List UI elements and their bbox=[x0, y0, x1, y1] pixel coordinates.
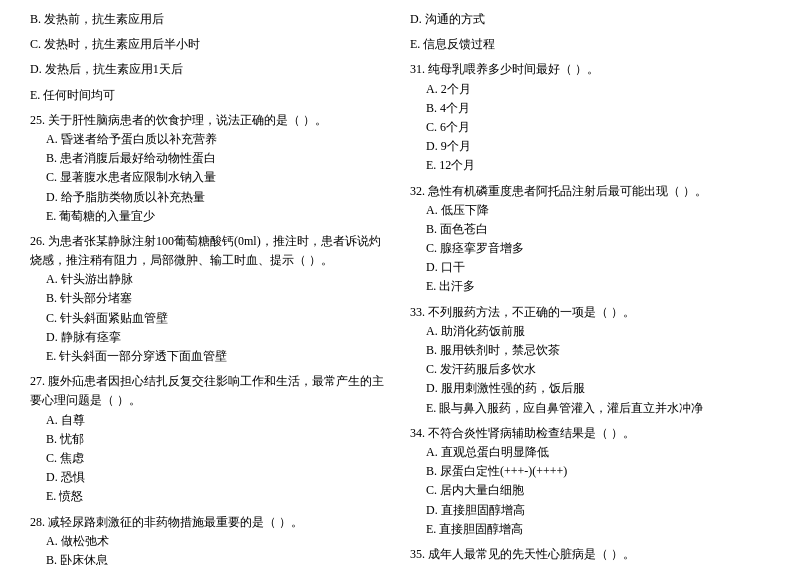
question-option: D. 恐惧 bbox=[30, 468, 390, 487]
question-option: C. 6个月 bbox=[410, 118, 770, 137]
question-block: D. 沟通的方式 bbox=[410, 10, 770, 29]
question-text: 31. 纯母乳喂养多少时间最好（ ）。 bbox=[410, 60, 770, 79]
question-text: 28. 减轻尿路刺激征的非药物措施最重要的是（ ）。 bbox=[30, 513, 390, 532]
question-option: A. 2个月 bbox=[410, 80, 770, 99]
question-option: D. 给予脂肪类物质以补充热量 bbox=[30, 188, 390, 207]
question-option: B. 卧床休息 bbox=[30, 551, 390, 565]
question-text: E. 信息反馈过程 bbox=[410, 35, 770, 54]
question-option: B. 患者消腹后最好给动物性蛋白 bbox=[30, 149, 390, 168]
page-content: B. 发热前，抗生素应用后C. 发热时，抗生素应用后半小时D. 发热后，抗生素应… bbox=[30, 10, 770, 565]
question-text: D. 发热后，抗生素应用1天后 bbox=[30, 60, 390, 79]
question-block: D. 发热后，抗生素应用1天后 bbox=[30, 60, 390, 79]
question-option: E. 眼与鼻入服药，应自鼻管灌入，灌后直立并水冲净 bbox=[410, 399, 770, 418]
question-option: A. 做松弛术 bbox=[30, 532, 390, 551]
question-block: 26. 为患者张某静脉注射100葡萄糖酸钙(0ml)，推注时，患者诉说灼烧感，推… bbox=[30, 232, 390, 366]
question-option: B. 面色苍白 bbox=[410, 220, 770, 239]
question-block: C. 发热时，抗生素应用后半小时 bbox=[30, 35, 390, 54]
question-text: E. 任何时间均可 bbox=[30, 86, 390, 105]
question-text: B. 发热前，抗生素应用后 bbox=[30, 10, 390, 29]
question-option: C. 发汗药服后多饮水 bbox=[410, 360, 770, 379]
question-option: C. 焦虑 bbox=[30, 449, 390, 468]
left-column: B. 发热前，抗生素应用后C. 发热时，抗生素应用后半小时D. 发热后，抗生素应… bbox=[30, 10, 390, 565]
question-block: E. 信息反馈过程 bbox=[410, 35, 770, 54]
question-block: 35. 成年人最常见的先天性心脏病是（ ）。A. 法洛四联症B. 房间隔缺损C.… bbox=[410, 545, 770, 565]
question-option: E. 出汗多 bbox=[410, 277, 770, 296]
question-option: E. 直接胆固醇增高 bbox=[410, 520, 770, 539]
question-block: 25. 关于肝性脑病患者的饮食护理，说法正确的是（ ）。A. 昏迷者给予蛋白质以… bbox=[30, 111, 390, 226]
question-option: B. 针头部分堵塞 bbox=[30, 289, 390, 308]
question-text: C. 发热时，抗生素应用后半小时 bbox=[30, 35, 390, 54]
question-option: D. 9个月 bbox=[410, 137, 770, 156]
question-option: B. 4个月 bbox=[410, 99, 770, 118]
question-option: C. 针头斜面紧贴血管壁 bbox=[30, 309, 390, 328]
question-option: A. 针头游出静脉 bbox=[30, 270, 390, 289]
question-option: D. 直接胆固醇增高 bbox=[410, 501, 770, 520]
question-option: D. 静脉有痉挛 bbox=[30, 328, 390, 347]
question-block: B. 发热前，抗生素应用后 bbox=[30, 10, 390, 29]
question-text: 26. 为患者张某静脉注射100葡萄糖酸钙(0ml)，推注时，患者诉说灼烧感，推… bbox=[30, 232, 390, 270]
question-text: 35. 成年人最常见的先天性心脏病是（ ）。 bbox=[410, 545, 770, 564]
question-option: E. 针头斜面一部分穿透下面血管壁 bbox=[30, 347, 390, 366]
question-text: D. 沟通的方式 bbox=[410, 10, 770, 29]
question-text: 33. 不列服药方法，不正确的一项是（ ）。 bbox=[410, 303, 770, 322]
question-block: 34. 不符合炎性肾病辅助检查结果是（ ）。A. 直观总蛋白明显降低B. 尿蛋白… bbox=[410, 424, 770, 539]
question-block: 32. 急性有机磷重度患者阿托品注射后最可能出现（ ）。A. 低压下降B. 面色… bbox=[410, 182, 770, 297]
question-block: 28. 减轻尿路刺激征的非药物措施最重要的是（ ）。A. 做松弛术B. 卧床休息… bbox=[30, 513, 390, 566]
question-option: B. 服用铁剂时，禁忌饮茶 bbox=[410, 341, 770, 360]
question-option: E. 愤怒 bbox=[30, 487, 390, 506]
question-block: 31. 纯母乳喂养多少时间最好（ ）。A. 2个月B. 4个月C. 6个月D. … bbox=[410, 60, 770, 175]
question-option: D. 服用刺激性强的药，饭后服 bbox=[410, 379, 770, 398]
question-option: C. 显著腹水患者应限制水钠入量 bbox=[30, 168, 390, 187]
question-option: A. 助消化药饭前服 bbox=[410, 322, 770, 341]
question-option: A. 自尊 bbox=[30, 411, 390, 430]
right-column: D. 沟通的方式E. 信息反馈过程31. 纯母乳喂养多少时间最好（ ）。A. 2… bbox=[410, 10, 770, 565]
question-option: A. 直观总蛋白明显降低 bbox=[410, 443, 770, 462]
question-text: 27. 腹外疝患者因担心结扎反复交往影响工作和生活，最常产生的主要心理问题是（ … bbox=[30, 372, 390, 410]
question-block: E. 任何时间均可 bbox=[30, 86, 390, 105]
question-text: 34. 不符合炎性肾病辅助检查结果是（ ）。 bbox=[410, 424, 770, 443]
question-option: E. 12个月 bbox=[410, 156, 770, 175]
two-column-layout: B. 发热前，抗生素应用后C. 发热时，抗生素应用后半小时D. 发热后，抗生素应… bbox=[30, 10, 770, 565]
question-option: D. 口干 bbox=[410, 258, 770, 277]
question-option: B. 尿蛋白定性(+++-)(++++) bbox=[410, 462, 770, 481]
question-option: C. 居内大量白细胞 bbox=[410, 481, 770, 500]
question-option: A. 低压下降 bbox=[410, 201, 770, 220]
question-option: C. 腺痉挛罗音增多 bbox=[410, 239, 770, 258]
question-option: B. 忧郁 bbox=[30, 430, 390, 449]
question-block: 27. 腹外疝患者因担心结扎反复交往影响工作和生活，最常产生的主要心理问题是（ … bbox=[30, 372, 390, 506]
question-option: E. 葡萄糖的入量宜少 bbox=[30, 207, 390, 226]
question-text: 25. 关于肝性脑病患者的饮食护理，说法正确的是（ ）。 bbox=[30, 111, 390, 130]
question-option: A. 昏迷者给予蛋白质以补充营养 bbox=[30, 130, 390, 149]
question-text: 32. 急性有机磷重度患者阿托品注射后最可能出现（ ）。 bbox=[410, 182, 770, 201]
question-block: 33. 不列服药方法，不正确的一项是（ ）。A. 助消化药饭前服B. 服用铁剂时… bbox=[410, 303, 770, 418]
